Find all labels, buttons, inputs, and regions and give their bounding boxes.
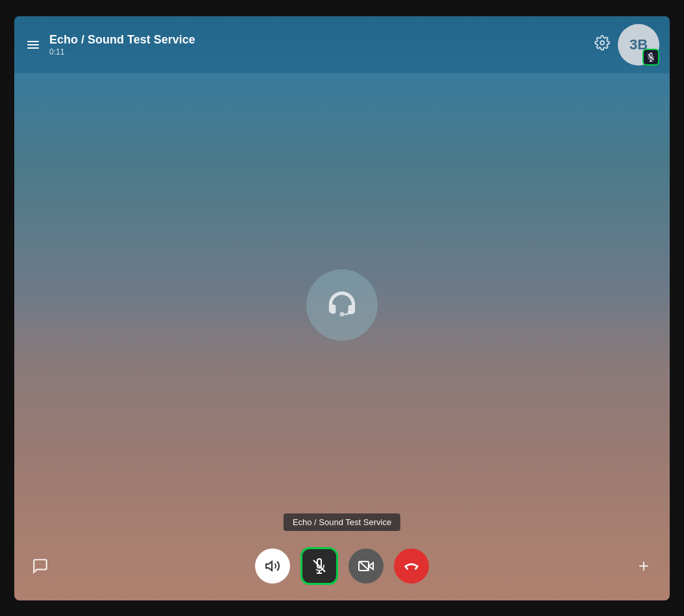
svg-marker-5 — [266, 561, 272, 571]
mute-button[interactable] — [300, 547, 338, 585]
headset-icon — [324, 287, 360, 323]
bottom-center-controls: Echo / Sound Test Service — [255, 547, 429, 585]
settings-icon[interactable] — [594, 35, 610, 55]
speaker-button[interactable] — [255, 548, 290, 584]
header-right: 3B — [594, 24, 659, 66]
bottom-bar: Echo / Sound Test Service — [14, 537, 670, 600]
svg-point-4 — [340, 312, 345, 316]
bottom-left-controls — [27, 553, 53, 579]
svg-point-0 — [600, 41, 604, 45]
call-title: Echo / Sound Test Service — [49, 33, 587, 47]
avatar-container: 3B — [618, 24, 659, 66]
svg-line-13 — [416, 566, 418, 569]
call-duration: 0:11 — [49, 47, 587, 56]
mic-badge-button[interactable] — [642, 49, 659, 66]
bottom-right-controls: + — [631, 553, 657, 579]
video-button[interactable] — [348, 548, 384, 584]
add-participant-button[interactable]: + — [631, 553, 657, 579]
menu-icon[interactable] — [25, 38, 42, 51]
end-call-button[interactable] — [394, 548, 429, 584]
header-title-area: Echo / Sound Test Service 0:11 — [49, 33, 587, 56]
call-header: Echo / Sound Test Service 0:11 3B — [14, 16, 670, 73]
service-avatar — [306, 269, 378, 341]
call-area — [14, 73, 670, 537]
svg-marker-9 — [369, 563, 373, 569]
chat-button[interactable] — [27, 553, 53, 579]
